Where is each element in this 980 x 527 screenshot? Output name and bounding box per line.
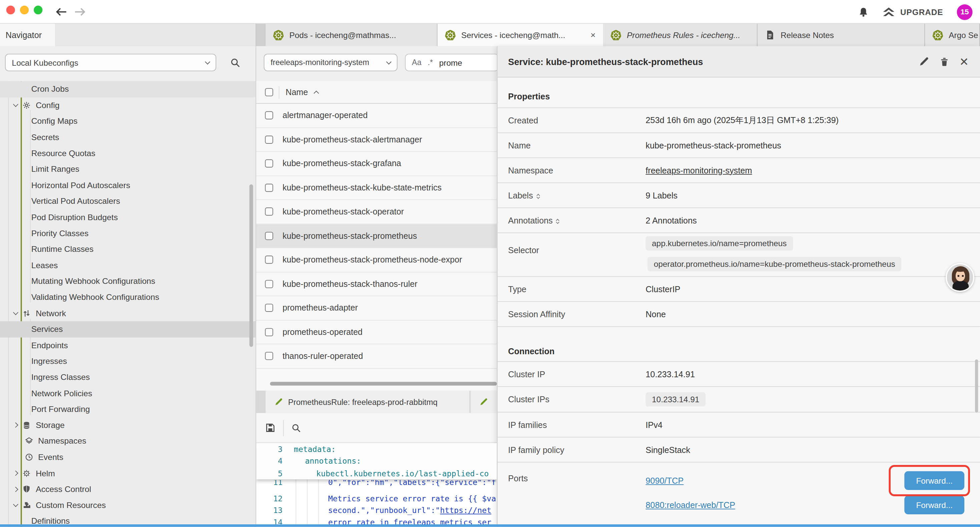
sidebar-item-network[interactable]: Network: [0, 305, 256, 321]
sidebar-item-access-control[interactable]: Access Control: [0, 481, 256, 497]
expand-collapse-icon[interactable]: [537, 192, 539, 199]
notification-count-badge[interactable]: 15: [957, 4, 973, 20]
notifications-bell-icon[interactable]: [859, 7, 869, 18]
regex-icon[interactable]: .*: [428, 58, 433, 67]
sidebar-item-namespaces[interactable]: Namespaces: [0, 433, 256, 449]
sidebar-item-limit-ranges[interactable]: Limit Ranges: [0, 161, 256, 177]
row-checkbox[interactable]: [265, 183, 273, 191]
chevron-right-icon[interactable]: [13, 470, 18, 476]
port-link-9090[interactable]: 9090/TCP: [646, 476, 684, 486]
chevron-right-icon[interactable]: [13, 486, 18, 492]
sidebar-item-priority-classes[interactable]: Priority Classes: [0, 225, 256, 241]
namespace-dropdown[interactable]: freeleaps-monitoring-system: [264, 54, 398, 71]
sidebar-item-events[interactable]: Events: [0, 449, 256, 465]
table-row[interactable]: kube-prometheus-stack-operator: [256, 200, 497, 224]
close-icon[interactable]: ✕: [959, 56, 969, 67]
table-row[interactable]: kube-prometheus-stack-thanos-ruler: [256, 272, 497, 296]
sort-ascending-icon[interactable]: [313, 91, 319, 96]
sidebar-item-resource-quotas[interactable]: Resource Quotas: [0, 145, 256, 161]
navigator-scrollbar[interactable]: [250, 185, 253, 347]
table-row[interactable]: kube-prometheus-stack-grafana: [256, 152, 497, 176]
sidebar-item-runtime-classes[interactable]: Runtime Classes: [0, 241, 256, 257]
chevron-down-icon[interactable]: [13, 310, 18, 315]
chevron-down-icon[interactable]: [13, 502, 18, 507]
yaml-editor[interactable]: 11 0","for":"hm","labels":{"service":"f …: [256, 443, 497, 527]
filter-search-input[interactable]: Aa .* prome: [405, 54, 497, 71]
row-checkbox[interactable]: [265, 232, 273, 240]
sidebar-item-mutating-webhook-configurations[interactable]: Mutating Webhook Configurations: [0, 273, 256, 289]
sidebar-item-storage[interactable]: Storage: [0, 417, 256, 433]
table-row-selected[interactable]: kube-prometheus-stack-prometheus: [256, 224, 497, 248]
sidebar-item-secrets[interactable]: Secrets: [0, 129, 256, 145]
table-row[interactable]: kube-prometheus-stack-alertmanager: [256, 128, 497, 152]
editor-tab-prometheusrule[interactable]: PrometheusRule: freeleaps-prod-rabbitmq: [266, 390, 469, 413]
select-all-checkbox[interactable]: [265, 88, 273, 96]
table-row[interactable]: thanos-ruler-operated: [256, 344, 497, 368]
upgrade-button[interactable]: UPGRADE: [883, 7, 943, 17]
sidebar-item-validating-webhook-configurations[interactable]: Validating Webhook Configurations: [0, 289, 256, 305]
back-icon[interactable]: [54, 4, 69, 19]
edit-pencil-icon[interactable]: [919, 56, 929, 67]
row-checkbox[interactable]: [265, 304, 273, 312]
sidebar-item-config[interactable]: Config: [0, 97, 256, 113]
port-link-8080[interactable]: 8080:reloader-web/TCP: [646, 501, 735, 510]
sidebar-item-cron-jobs[interactable]: Cron Jobs: [0, 81, 256, 97]
sidebar-item-ingress-classes[interactable]: Ingress Classes: [0, 369, 256, 385]
save-icon[interactable]: [265, 423, 275, 433]
forward-icon[interactable]: [72, 4, 88, 19]
editor-tab-next[interactable]: [471, 390, 497, 413]
sidebar-item-network-policies[interactable]: Network Policies: [0, 385, 256, 401]
tab-services[interactable]: Services - icecheng@math... ×: [438, 24, 603, 46]
row-checkbox[interactable]: [265, 280, 273, 288]
chevron-right-icon[interactable]: [13, 422, 18, 428]
delete-trash-icon[interactable]: [939, 57, 949, 67]
runbook-url-link[interactable]: https://net: [440, 505, 492, 515]
row-checkbox[interactable]: [265, 159, 273, 167]
sidebar-item-horizontal-pod-autoscalers[interactable]: Horizontal Pod Autoscalers: [0, 177, 256, 193]
table-row[interactable]: prometheus-operated: [256, 320, 497, 344]
sidebar-item-custom-resources[interactable]: Custom Resources: [0, 497, 256, 513]
expand-collapse-icon[interactable]: [556, 217, 559, 223]
match-case-icon[interactable]: Aa: [412, 58, 422, 67]
row-checkbox[interactable]: [265, 256, 273, 264]
user-avatar[interactable]: [946, 263, 974, 292]
table-row[interactable]: alertmanager-operated: [256, 104, 497, 128]
row-checkbox[interactable]: [265, 135, 273, 143]
kubernetes-icon: [611, 30, 621, 40]
minimize-window-button[interactable]: [20, 6, 29, 14]
kubeconfig-dropdown[interactable]: Local Kubeconfigs: [5, 54, 216, 71]
sidebar-item-helm[interactable]: Helm: [0, 465, 256, 481]
tab-release-notes[interactable]: Release Notes: [757, 24, 925, 46]
close-window-button[interactable]: [6, 6, 15, 14]
chevron-down-icon[interactable]: [13, 102, 18, 107]
namespace-link[interactable]: freeleaps-monitoring-system: [646, 166, 752, 175]
navigator-panel-tab[interactable]: Navigator: [0, 24, 55, 46]
tab-strip: Navigator Pods - icecheng@mathmas... Ser…: [0, 24, 980, 46]
sidebar-item-pod-disruption-budgets[interactable]: Pod Disruption Budgets: [0, 209, 256, 225]
table-row[interactable]: kube-prometheus-stack-prometheus-node-ex…: [256, 248, 497, 272]
sidebar-item-endpoints[interactable]: Endpoints: [0, 337, 256, 353]
tab-pods[interactable]: Pods - icecheng@mathmas...: [266, 24, 437, 46]
table-row[interactable]: kube-prometheus-stack-kube-state-metrics: [256, 176, 497, 200]
sidebar-item-leases[interactable]: Leases: [0, 257, 256, 273]
sidebar-item-port-forwarding[interactable]: Port Forwarding: [0, 401, 256, 417]
tab-prometheus-rules[interactable]: Prometheus Rules - icecheng...: [603, 24, 757, 46]
table-row[interactable]: prometheus-adapter: [256, 296, 497, 320]
sidebar-item-config-maps[interactable]: Config Maps: [0, 113, 256, 129]
sidebar-item-services[interactable]: Services: [0, 321, 256, 337]
sidebar-item-vertical-pod-autoscalers[interactable]: Vertical Pod Autoscalers: [0, 193, 256, 209]
row-checkbox[interactable]: [265, 352, 273, 360]
horizontal-scrollbar[interactable]: [270, 382, 497, 385]
sidebar-item-ingresses[interactable]: Ingresses: [0, 353, 256, 369]
row-checkbox[interactable]: [265, 111, 273, 119]
forward-button-8080[interactable]: Forward...: [904, 496, 964, 514]
tab-close-icon[interactable]: ×: [587, 30, 596, 40]
row-checkbox[interactable]: [265, 208, 273, 216]
navigator-search-icon[interactable]: [230, 57, 241, 68]
drawer-scrollbar[interactable]: [975, 359, 978, 412]
zoom-window-button[interactable]: [34, 6, 42, 14]
editor-search-icon[interactable]: [291, 423, 301, 433]
tab-argo[interactable]: Argo Se: [925, 24, 980, 46]
row-checkbox[interactable]: [265, 328, 273, 336]
name-column-header[interactable]: Name: [286, 88, 308, 97]
